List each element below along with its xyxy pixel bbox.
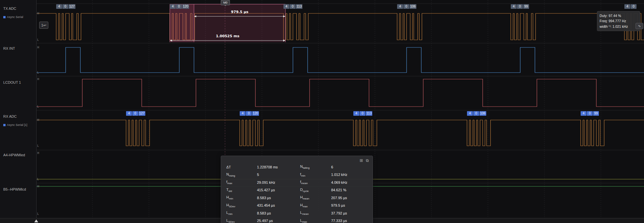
measurement-name: Nrising [226,172,257,177]
decoded-value-box[interactable]: 113 [296,4,302,9]
decoded-value-box[interactable]: 127 [69,4,75,9]
measurement-value: 207.95 µs [331,196,373,200]
decoded-value-box[interactable]: 4 [56,4,62,9]
decoded-value-box[interactable]: 120 [182,4,189,9]
decoded-frame[interactable]: 40106 [397,4,416,9]
channel-label-b5-hpwmlcd[interactable]: B5--HPWMlcd [3,187,26,191]
decoded-value-box[interactable]: 4 [624,4,630,9]
measurement-row: fmax29.091 kHzfmean4.069 kHz [221,179,373,186]
channel-label-rx-adc[interactable]: RX ADC Async Serial [1] [3,114,27,127]
decoded-value-box[interactable]: 99 [593,111,599,116]
decoded-value-box[interactable]: 4 [170,4,176,9]
decoded-value-box[interactable]: 0 [246,111,252,116]
measurement-row: ΔT1.228708 msNfalling6 [221,163,373,171]
measurement-name: Lmean [300,211,331,215]
measurement-value: 37.792 µs [331,211,373,215]
analyzer-badge-button[interactable]: 1↩ [39,22,48,29]
measurement-row: HSDev431.454 µsHmax979.5 µs [221,202,373,210]
measurement-value: 8.583 µs [257,211,300,215]
measurement-name: Hmin [226,195,257,200]
decoded-value-box[interactable]: 106 [479,111,486,116]
measurement-value: 431.454 µs [257,203,300,207]
decoder-color-swatch [3,124,6,126]
measurement-value: 84.621 % [331,188,373,192]
measurement-row: Lmin8.583 µsLmean37.792 µs [221,209,373,217]
decoder-label[interactable]: Async Serial [1] [3,123,27,127]
measurement-name: HSDev [226,203,257,208]
measurement-value: 1.012 kHz [331,173,373,177]
marker-m0-flag[interactable]: M0 [221,0,230,5]
measurement-value: 6 [331,165,373,169]
decoded-value-box[interactable]: 120 [252,111,259,116]
decoded-frame[interactable]: 4099 [511,4,529,9]
measurement-name: LSDev [226,218,257,223]
channel-label-lcdout-1[interactable]: LCDOUT 1 [3,80,21,84]
decoded-value-box[interactable]: 127 [138,111,145,116]
measurement-name: Hmean [300,195,331,200]
decoded-value-box[interactable]: 4 [581,111,587,116]
measurement-value: 415.427 µs [257,188,300,192]
decoded-value-box[interactable]: 0 [403,4,409,9]
measurement-value: 979.5 µs [331,203,373,207]
channel-label-rx-int[interactable]: RX INT [3,46,15,50]
channel-panel: TX ADC Async Serial RX INT LCDOUT 1 RX A… [0,0,37,218]
decoded-value-box[interactable]: 113 [366,111,372,116]
measure-tool-button[interactable]: ∿ [636,23,643,29]
measurement-name: fmean [300,180,331,185]
measurement-name: Lmax [300,218,331,223]
measurement-row: Hmin8.583 µsHmean207.95 µs [221,194,373,202]
decoded-frame[interactable]: 40 [624,4,636,9]
decoded-value-box[interactable]: 4 [126,111,132,116]
tooltip-duty: Duty: 97.44 % [600,13,637,18]
measurement-value: 8.583 µs [257,196,300,200]
measurement-name: ΔT [226,165,257,169]
decoded-value-box[interactable]: 4 [353,111,359,116]
decoded-frame[interactable]: 40113 [283,4,302,9]
decoded-frame[interactable]: 4099 [581,111,599,116]
decoded-frame[interactable]: 40106 [467,111,486,116]
logic-analyzer-window: HLHLHLHLHLHL979.5 µs1.00525 ms 401274012… [0,0,644,223]
decoder-color-swatch [3,16,6,18]
channel-label-tx-adc[interactable]: TX ADC Async Serial [3,7,23,19]
decoded-value-box[interactable]: 4 [283,4,289,9]
decoded-value-box[interactable]: 4 [511,4,517,9]
measurement-value: 25.497 µs [257,219,300,223]
channel-label-a4-hpwmled[interactable]: A4-HPWMled [3,153,25,157]
decoded-value-box[interactable]: 4 [240,111,246,116]
decoded-value-box[interactable]: 0 [360,111,365,116]
measurement-name: Tstd [226,188,257,193]
decoded-value-box[interactable]: 0 [290,4,296,9]
decoded-frame[interactable]: 40120 [170,4,189,9]
measurement-row: Tstd415.427 µsDcycle84.621 % [221,186,373,194]
measurement-row: Nrising5fmin1.012 kHz [221,171,373,179]
measurement-value: 4.069 kHz [331,180,373,184]
scroll-position-marker[interactable] [34,219,38,222]
decoded-value-box[interactable]: 4 [397,4,403,9]
measurement-value: 5 [257,173,300,177]
decoded-frame[interactable]: 40127 [126,111,145,116]
decoded-value-box[interactable]: 0 [176,4,182,9]
decoded-value-box[interactable]: 0 [631,4,636,9]
decoded-value-box[interactable]: 0 [62,4,68,9]
decoded-value-box[interactable]: 99 [523,4,529,9]
decoded-value-box[interactable]: 4 [467,111,473,116]
decoded-value-box[interactable]: 0 [473,111,479,116]
measurement-row: LSDev25.497 µsLmax77.333 µs [221,217,373,223]
table-icon[interactable]: ⊞ [360,158,363,163]
measurement-value: 29.091 kHz [257,180,300,184]
decoded-value-box[interactable]: 106 [410,4,416,9]
decoded-value-box[interactable]: 0 [132,111,138,116]
measurement-tooltip: Duty: 97.44 % Freq: 994.777 Hz width⁻¹: … [597,11,640,31]
decoded-frame[interactable]: 40113 [353,111,372,116]
decoder-label[interactable]: Async Serial [3,15,23,19]
decoded-value-box[interactable]: 0 [517,4,523,9]
copy-icon[interactable]: ⧉ [366,158,369,163]
measurement-name: Dcycle [300,188,331,193]
decoded-value-box[interactable]: 0 [587,111,593,116]
decoded-frame[interactable]: 40120 [240,111,259,116]
measurement-name: Lmin [226,211,257,215]
measurement-name: fmin [300,172,331,177]
decoded-frame[interactable]: 40127 [56,4,75,9]
measurement-popup: ⊞ ⧉ ΔT1.228708 msNfalling6Nrising5fmin1.… [221,156,373,223]
measurement-name: Hmax [300,203,331,208]
